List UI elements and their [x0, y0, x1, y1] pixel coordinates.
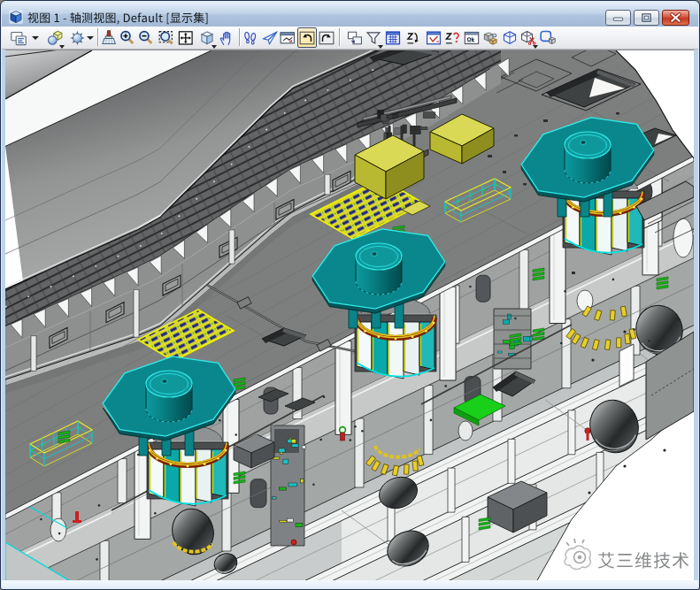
define-camera-button[interactable] — [500, 27, 519, 48]
set-display-depth-icon — [385, 30, 401, 46]
update-view-button[interactable] — [99, 27, 119, 48]
fit-view-icon — [178, 30, 194, 46]
navigate-view-button[interactable] — [278, 27, 297, 48]
render-icon — [482, 30, 498, 46]
fit-view-button[interactable] — [176, 27, 196, 48]
window-title-glyphs — [27, 11, 218, 27]
show-display-depth-icon — [426, 30, 442, 46]
toolbar-separator — [239, 28, 240, 46]
camera-settings-icon — [464, 30, 480, 46]
walk-button[interactable] — [241, 27, 260, 48]
pan-view-button[interactable] — [217, 27, 236, 48]
copy-view-icon — [347, 30, 363, 46]
window-controls — [605, 10, 689, 26]
window-frame-bottom — [2, 580, 698, 588]
display-style-button[interactable] — [45, 27, 65, 48]
viewport[interactable] — [5, 50, 694, 581]
set-active-depth-button[interactable] — [404, 27, 423, 48]
zoom-out-button[interactable] — [136, 27, 156, 48]
clip-mask-icon — [520, 30, 536, 46]
close-button[interactable] — [662, 10, 689, 26]
dropdown-arrow-icon[interactable] — [59, 45, 65, 49]
show-active-depth-button[interactable] — [442, 27, 462, 48]
fly-button[interactable] — [260, 27, 280, 48]
adjust-view-brightness-dropdown-arrow[interactable] — [84, 27, 96, 48]
window-icon view-cube-icon — [9, 10, 23, 24]
apply-saved-view-button[interactable] — [538, 27, 558, 48]
view-next-button[interactable] — [317, 27, 336, 48]
toolbar-separator — [97, 28, 98, 46]
clip-volume-icon — [365, 30, 381, 46]
define-camera-icon — [502, 30, 518, 46]
titlebar[interactable]: 视图 1 - 轴测视图, Default [显示集] — [2, 2, 698, 27]
rotate-view-button[interactable] — [197, 27, 217, 48]
view-previous-button[interactable] — [297, 27, 317, 48]
zoom-in-button[interactable] — [118, 27, 137, 48]
view-next-icon — [319, 30, 335, 46]
camera-settings-button[interactable] — [462, 27, 481, 48]
view-window: 视图 1 - 轴测视图, Default [显示集] — [0, 0, 700, 590]
zoom-in-icon — [119, 30, 135, 46]
update-view-icon — [101, 30, 117, 46]
navigate-view-icon — [280, 30, 296, 46]
minimize-button[interactable] — [605, 10, 631, 26]
set-display-depth-button[interactable] — [383, 27, 403, 48]
set-active-depth-icon — [405, 30, 421, 46]
viewport-3d-scene[interactable] — [5, 50, 694, 581]
restore-button[interactable] — [634, 10, 659, 26]
rotate-view-icon — [199, 30, 215, 46]
render-button[interactable] — [481, 27, 500, 48]
view-display-mode-icon — [11, 30, 27, 46]
view-previous-icon — [299, 30, 315, 46]
window-area-button[interactable] — [157, 27, 176, 48]
screenshot-stage: 视图 1 - 轴测视图, Default [显示集] — [0, 0, 700, 590]
show-display-depth-button[interactable] — [424, 27, 443, 48]
clip-mask-button[interactable] — [519, 27, 538, 48]
display-style-icon — [47, 30, 63, 46]
copy-view-button[interactable] — [345, 27, 365, 48]
view-display-mode-button[interactable] — [9, 27, 28, 48]
dropdown-arrow-icon — [32, 36, 39, 40]
walk-icon — [242, 30, 258, 46]
view-display-mode-dropdown-arrow[interactable] — [29, 27, 41, 48]
toolbar-separator — [339, 28, 340, 46]
clip-volume-button[interactable] — [364, 27, 383, 48]
apply-saved-view-icon — [540, 30, 556, 46]
fly-icon — [262, 30, 278, 46]
dropdown-arrow-icon — [87, 36, 94, 40]
window-title: 视图 1 - 轴测视图, Default [显示集] — [2, 14, 3, 15]
window-area-icon — [158, 30, 174, 46]
pan-view-icon — [219, 30, 235, 46]
zoom-out-icon — [138, 30, 154, 46]
show-active-depth-icon — [444, 30, 460, 46]
view-toolbar — [2, 27, 698, 50]
